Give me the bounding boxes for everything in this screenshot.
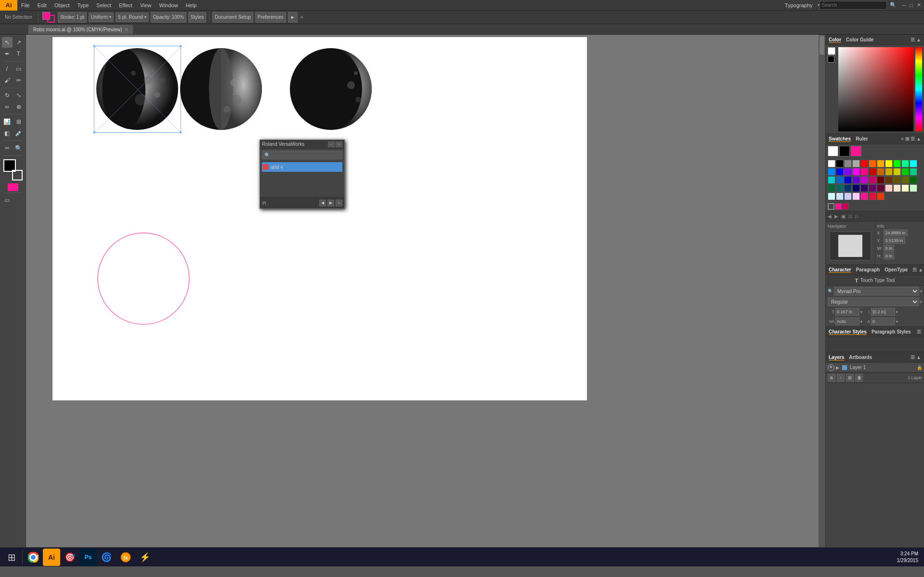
direct-selection-tool[interactable]: ↗ xyxy=(13,37,24,48)
layer1-lock-icon[interactable]: 🔒 xyxy=(917,365,922,370)
swatch-item[interactable] xyxy=(852,184,860,192)
swatch-item[interactable] xyxy=(910,176,917,184)
pink-circle-container[interactable] xyxy=(97,232,191,326)
zoom-tool[interactable]: 🔍 xyxy=(13,143,24,154)
ruler-tab[interactable]: Ruler xyxy=(856,136,868,141)
swatch-item[interactable] xyxy=(877,184,885,192)
profile-dropdown[interactable]: Uniform xyxy=(89,13,114,22)
arrange-btn[interactable]: ► xyxy=(288,12,298,23)
swatch-item[interactable] xyxy=(901,160,909,167)
menu-view[interactable]: View xyxy=(136,0,156,11)
swatch-item[interactable] xyxy=(836,168,844,176)
normal-mode[interactable]: ▭ xyxy=(2,195,13,205)
color-spectrum-area[interactable] xyxy=(838,47,913,131)
menu-window[interactable]: Window xyxy=(156,0,182,11)
stroke-control[interactable]: Stroke: 1 pt xyxy=(58,12,87,23)
moon3-container[interactable] xyxy=(288,47,374,132)
swatch-item[interactable] xyxy=(844,192,852,200)
taskbar-ps-btn[interactable]: Ps xyxy=(79,549,97,566)
artboards-tab[interactable]: Artboards xyxy=(849,355,872,360)
color-spectrum[interactable] xyxy=(838,47,913,131)
nav-btn5[interactable]: ▷ xyxy=(855,214,859,219)
swatch-item[interactable] xyxy=(877,160,885,167)
dialog-search-box[interactable]: 🔍 xyxy=(262,151,342,159)
para-styles-tab[interactable]: Paragraph Styles xyxy=(872,329,911,334)
swatch-item[interactable] xyxy=(852,160,860,167)
swatch-item[interactable] xyxy=(901,184,909,192)
char-panel-collapse-icon[interactable]: ▲ xyxy=(918,267,923,272)
color-tab[interactable]: Color xyxy=(829,37,841,43)
swatch-item[interactable] xyxy=(877,176,885,184)
nav-btn4[interactable]: ⊡ xyxy=(848,214,852,219)
black-swatch[interactable] xyxy=(839,146,850,156)
mesh-tool[interactable]: ⊞ xyxy=(13,116,24,127)
swatch-item[interactable] xyxy=(869,168,876,176)
swatch-item[interactable] xyxy=(877,192,885,200)
dialog-search-input[interactable] xyxy=(270,153,340,158)
nav-next-btn[interactable]: ▶ xyxy=(834,214,838,219)
tracking-arrow[interactable]: ▾ xyxy=(860,320,862,324)
search-icon[interactable]: 🔍 xyxy=(890,2,897,8)
dialog-nav-close[interactable]: × xyxy=(336,200,342,206)
stroke-chip[interactable] xyxy=(828,56,834,63)
menu-type[interactable]: Type xyxy=(74,0,93,11)
swatch-item[interactable] xyxy=(852,176,860,184)
eyedropper-tool[interactable]: 💉 xyxy=(13,128,24,139)
swatch-item[interactable] xyxy=(836,192,844,200)
taskbar-chrome-btn[interactable] xyxy=(24,549,43,566)
menu-edit[interactable]: Edit xyxy=(34,0,51,11)
scissors-tool[interactable]: ✂ xyxy=(2,143,13,154)
hue-slider[interactable] xyxy=(915,47,922,131)
char-panel-menu-icon[interactable]: ☰ xyxy=(912,267,917,272)
swatch-item[interactable] xyxy=(893,184,901,192)
fill-stroke-area[interactable] xyxy=(41,11,56,24)
opacity-control[interactable]: Opacity: 100% xyxy=(151,12,186,23)
swatch-item[interactable] xyxy=(885,168,893,176)
stroke-color-indicator[interactable] xyxy=(47,15,55,23)
rotate-tool[interactable]: ↻ xyxy=(2,90,13,101)
swatches-panel-menu-icon[interactable]: ☰ xyxy=(911,136,915,141)
swatch-item[interactable] xyxy=(869,176,876,184)
swatch-item[interactable] xyxy=(828,176,835,184)
canvas-area[interactable]: Roland VersaWorks – × 🔍 alild 4 IR , xyxy=(26,35,825,566)
dialog-list-item[interactable]: alild 4 xyxy=(262,162,342,172)
dialog-minimize-btn[interactable]: – xyxy=(328,141,335,147)
character-tab[interactable]: Character xyxy=(829,267,851,273)
v-scroll-thumb[interactable] xyxy=(820,36,824,55)
styles-btn[interactable]: Styles xyxy=(188,12,206,23)
swatch-item[interactable] xyxy=(852,192,860,200)
column-graph-tool[interactable]: 📊 xyxy=(2,116,13,127)
swatch-item[interactable] xyxy=(869,184,876,192)
line-height-input[interactable] xyxy=(871,308,895,316)
swatch-item[interactable] xyxy=(844,168,852,176)
tracking-input[interactable] xyxy=(835,318,859,325)
font-family-arrow[interactable]: ▾ xyxy=(920,289,922,294)
kerning-arrow[interactable]: ▾ xyxy=(896,320,898,324)
close-btn[interactable]: ✕ xyxy=(915,2,924,8)
document-setup-btn[interactable]: Document Setup xyxy=(212,12,253,23)
brush-dropdown[interactable]: 5 pt. Round xyxy=(116,13,149,22)
swatch-item[interactable] xyxy=(828,192,835,200)
layers-panel-collapse-icon[interactable]: ▲ xyxy=(916,355,921,360)
swatch-item[interactable] xyxy=(910,184,917,192)
rect-tool[interactable]: ▭ xyxy=(13,64,24,74)
swatch-item[interactable] xyxy=(893,168,901,176)
toolbar-extra-btn[interactable]: » xyxy=(300,14,303,20)
menu-effect[interactable]: Effect xyxy=(115,0,136,11)
char-styles-tab[interactable]: Character Styles xyxy=(829,329,867,335)
pink-swatch-large[interactable] xyxy=(851,146,861,156)
white-swatch[interactable] xyxy=(828,146,838,156)
moon2-container[interactable] xyxy=(179,47,264,132)
swatch-item[interactable] xyxy=(844,160,852,167)
vertical-scrollbar[interactable] xyxy=(819,35,825,560)
menu-help[interactable]: Help xyxy=(182,0,201,11)
document-tab[interactable]: Robs moons.ai @ 100% (CMYK/Preview) × xyxy=(28,25,133,34)
color-panel-menu-icon[interactable]: ☰ xyxy=(911,37,915,42)
dialog-nav-back[interactable]: ◀ xyxy=(319,200,326,206)
dark-pink-swatch[interactable] xyxy=(842,203,849,210)
fill-chip[interactable] xyxy=(828,47,835,55)
swatch-item[interactable] xyxy=(860,168,868,176)
swatch-item[interactable] xyxy=(844,184,852,192)
swatches-panel-grid-icon[interactable]: ⊞ xyxy=(905,136,909,141)
swatch-item[interactable] xyxy=(852,168,860,176)
